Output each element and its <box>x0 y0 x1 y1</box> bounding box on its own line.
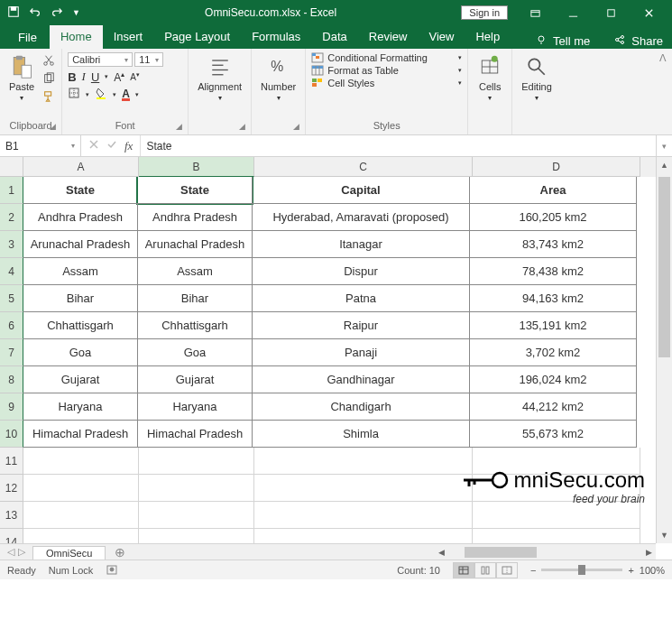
alignment-button[interactable]: Alignment▾ <box>194 52 245 104</box>
cell[interactable] <box>23 475 139 502</box>
cell[interactable]: Andhra Pradesh <box>23 203 138 231</box>
collapse-ribbon-icon[interactable]: ᐱ <box>654 49 672 134</box>
cell[interactable]: Area <box>469 177 637 204</box>
new-sheet-icon[interactable]: ⊕ <box>106 545 134 560</box>
zoom-in-icon[interactable]: + <box>628 565 633 576</box>
sheet-nav-prev-icon[interactable]: ◁ <box>7 546 14 558</box>
view-page-break-icon[interactable] <box>496 562 518 578</box>
row-header-1[interactable]: 1 <box>0 177 23 204</box>
cell[interactable]: Chhattisgarh <box>23 311 138 339</box>
cell[interactable]: Himachal Pradesh <box>23 420 138 448</box>
cell[interactable]: 196,024 km2 <box>469 365 637 393</box>
tab-home[interactable]: Home <box>50 25 103 49</box>
copy-icon[interactable] <box>41 72 56 88</box>
row-header-4[interactable]: 4 <box>0 258 23 285</box>
scroll-right-icon[interactable]: ▶ <box>641 548 656 557</box>
vertical-scrollbar[interactable]: ▲▼ <box>656 157 672 543</box>
undo-icon[interactable] <box>29 5 41 21</box>
cell[interactable]: Assam <box>137 257 253 285</box>
cell[interactable]: Gujarat <box>23 365 138 393</box>
view-normal-icon[interactable] <box>453 562 474 578</box>
cell[interactable]: Haryana <box>23 393 138 421</box>
scroll-up-icon[interactable]: ▲ <box>657 161 672 170</box>
cell[interactable]: Assam <box>23 257 138 285</box>
cells-grid[interactable]: StateStateCapitalAreaAndhra PradeshAndhr… <box>23 177 656 543</box>
cell[interactable]: 83,743 km2 <box>469 230 637 258</box>
conditional-formatting-button[interactable]: Conditional Formatting▾ <box>311 52 462 63</box>
view-page-layout-icon[interactable] <box>474 562 496 578</box>
minimize-icon[interactable] <box>557 2 589 23</box>
macro-record-icon[interactable] <box>106 563 118 578</box>
signin-button[interactable]: Sign in <box>461 5 508 20</box>
cell[interactable]: Bihar <box>137 284 253 312</box>
cell[interactable]: Dispur <box>252 257 470 285</box>
cell[interactable]: Arunachal Pradesh <box>23 230 138 258</box>
underline-button[interactable]: U <box>91 70 99 84</box>
tab-page-layout[interactable]: Page Layout <box>153 25 241 49</box>
cut-icon[interactable] <box>41 54 56 69</box>
font-color-icon[interactable]: A <box>122 88 130 101</box>
vscroll-thumb[interactable] <box>658 177 670 357</box>
border-icon[interactable] <box>68 87 80 102</box>
cell[interactable] <box>139 529 254 543</box>
tab-help[interactable]: Help <box>465 25 511 49</box>
cell[interactable]: 160,205 km2 <box>469 203 637 231</box>
maximize-icon[interactable] <box>594 2 627 23</box>
hscroll-thumb[interactable] <box>465 547 537 558</box>
row-header-8[interactable]: 8 <box>0 366 23 393</box>
cell[interactable]: Raipur <box>252 311 470 339</box>
fill-color-icon[interactable] <box>95 87 107 102</box>
cancel-formula-icon[interactable] <box>88 139 99 153</box>
tab-formulas[interactable]: Formulas <box>241 25 311 49</box>
row-header-3[interactable]: 3 <box>0 231 23 258</box>
cell[interactable] <box>254 475 473 502</box>
cell[interactable]: 55,673 km2 <box>469 420 637 448</box>
cell[interactable] <box>473 502 640 529</box>
cell[interactable]: Goa <box>23 338 138 366</box>
font-name-select[interactable]: Calibri▾ <box>68 52 133 67</box>
format-painter-icon[interactable] <box>41 90 56 106</box>
fx-icon[interactable]: fx <box>124 139 133 153</box>
col-header-a[interactable]: A <box>23 157 139 177</box>
ribbon-display-icon[interactable] <box>519 2 551 23</box>
scroll-down-icon[interactable]: ▼ <box>657 531 672 540</box>
align-launcher-icon[interactable]: ◢ <box>239 122 245 131</box>
cell[interactable]: Goa <box>137 338 253 366</box>
cell[interactable] <box>473 448 640 475</box>
number-button[interactable]: % Number▾ <box>257 52 299 104</box>
cell[interactable]: Itanagar <box>252 230 470 258</box>
row-header-11[interactable]: 11 <box>0 448 23 475</box>
cell[interactable]: 94,163 km2 <box>469 284 637 312</box>
format-as-table-button[interactable]: Format as Table▾ <box>311 65 462 76</box>
select-all-corner[interactable] <box>0 157 23 177</box>
shrink-font-icon[interactable]: A▾ <box>130 71 140 82</box>
cell[interactable] <box>139 502 254 529</box>
cell[interactable]: Capital <box>252 177 470 204</box>
cell[interactable]: Haryana <box>137 393 253 421</box>
cell[interactable] <box>254 502 473 529</box>
editing-button[interactable]: Editing▾ <box>518 52 556 104</box>
italic-button[interactable]: I <box>82 69 86 84</box>
cell[interactable] <box>473 529 640 543</box>
row-header-5[interactable]: 5 <box>0 285 23 312</box>
bold-button[interactable]: B <box>68 70 76 84</box>
zoom-level[interactable]: 100% <box>640 565 665 576</box>
cell[interactable]: Bihar <box>23 284 138 312</box>
row-header-6[interactable]: 6 <box>0 312 23 339</box>
grow-font-icon[interactable]: A▴ <box>114 70 124 84</box>
tab-review[interactable]: Review <box>358 25 419 49</box>
close-icon[interactable] <box>632 2 665 23</box>
formula-input[interactable]: State <box>140 135 656 156</box>
row-header-10[interactable]: 10 <box>0 421 23 448</box>
paste-button[interactable]: Paste▾ <box>5 52 38 104</box>
zoom-slider[interactable] <box>541 569 622 571</box>
cell[interactable]: Hyderabad, Amaravati (proposed) <box>252 203 470 231</box>
row-header-12[interactable]: 12 <box>0 475 23 502</box>
clipboard-launcher-icon[interactable]: ◢ <box>50 122 56 131</box>
horizontal-scrollbar[interactable]: ◀▶ <box>434 543 656 560</box>
cell[interactable]: Chandigarh <box>252 393 470 421</box>
cell-styles-button[interactable]: Cell Styles▾ <box>311 78 462 88</box>
cell[interactable]: 135,191 km2 <box>469 311 637 339</box>
row-header-13[interactable]: 13 <box>0 502 23 529</box>
tab-data[interactable]: Data <box>311 25 357 49</box>
